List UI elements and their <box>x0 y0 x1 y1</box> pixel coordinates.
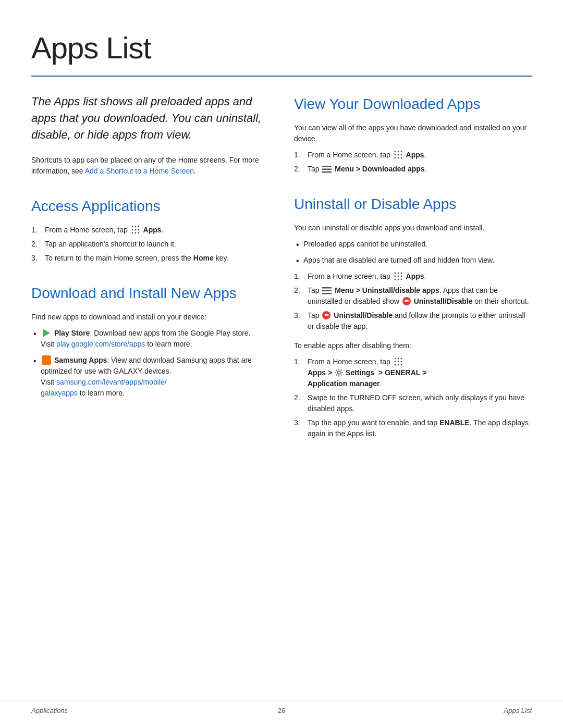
two-column-layout: The Apps list shows all preloaded apps a… <box>31 93 532 443</box>
svg-point-23 <box>397 273 399 274</box>
uninstall-step-2: 2. Tap Menu > Uninstall/disable apps. Ap… <box>294 285 532 307</box>
svg-marker-9 <box>43 329 50 337</box>
play-store-link[interactable]: play.google.com/store/apps <box>56 340 145 348</box>
svg-point-0 <box>131 226 133 228</box>
access-steps-list: 1. From a Home screen, tap <box>31 225 269 264</box>
play-store-icon <box>42 328 51 338</box>
svg-point-4 <box>134 229 136 231</box>
view-downloaded-steps: 1. From a Home screen, tap <box>294 150 532 175</box>
apps-grid-icon <box>131 225 140 235</box>
page-title: Apps List <box>31 25 532 70</box>
left-column: The Apps list shows all preloaded apps a… <box>31 93 269 443</box>
uninstall-circle-icon: − <box>402 297 411 305</box>
uninstall-step-3: 3. Tap − Uninstall/Disable and follow th… <box>294 310 532 332</box>
uninstall-bullet-1: Preloaded apps cannot be uninstalled. <box>294 239 532 250</box>
svg-rect-33 <box>322 293 332 294</box>
svg-point-34 <box>394 358 396 360</box>
intro-paragraph: The Apps list shows all preloaded apps a… <box>31 93 269 143</box>
page: Apps List The Apps list shows all preloa… <box>0 0 563 728</box>
footer-right: Apps List <box>504 706 532 716</box>
svg-point-28 <box>394 279 396 280</box>
svg-point-3 <box>131 229 133 231</box>
svg-point-10 <box>394 151 396 153</box>
title-rule <box>31 76 532 77</box>
apps-grid-icon-3 <box>394 272 403 281</box>
svg-point-1 <box>134 226 136 228</box>
view-step-2: 2. Tap Menu > Downloaded apps. <box>294 164 532 175</box>
svg-point-2 <box>138 226 139 228</box>
svg-point-35 <box>397 358 399 360</box>
svg-point-24 <box>400 273 402 274</box>
menu-icon-2 <box>322 287 332 294</box>
svg-point-22 <box>394 273 396 274</box>
svg-point-25 <box>394 276 396 277</box>
download-intro: Find new apps to download and install on… <box>31 312 269 323</box>
access-step-2: 2. Tap an application's shortcut to laun… <box>31 239 269 250</box>
section-title-download: Download and Install New Apps <box>31 282 269 304</box>
svg-rect-20 <box>322 169 332 170</box>
menu-icon-1 <box>322 165 332 172</box>
svg-point-37 <box>394 361 396 363</box>
enable-steps: 1. From a Home screen, tap <box>294 356 532 439</box>
svg-point-11 <box>397 151 399 153</box>
svg-point-26 <box>397 276 399 277</box>
right-column: View Your Downloaded Apps You can view a… <box>294 93 532 443</box>
svg-rect-32 <box>322 290 332 292</box>
apps-grid-icon-2 <box>394 150 403 159</box>
uninstall-intro: You can uninstall or disable apps you do… <box>294 223 532 233</box>
svg-point-18 <box>400 157 402 159</box>
samsung-apps-link[interactable]: samsung.com/levant/apps/mobile/galaxyapp… <box>41 378 167 397</box>
footer-left: Applications <box>31 706 68 716</box>
uninstall-bullet-2: Apps that are disabled are turned off an… <box>294 255 532 266</box>
svg-point-30 <box>400 279 402 280</box>
svg-point-38 <box>397 361 399 363</box>
svg-point-39 <box>400 361 402 363</box>
enable-step-2: 2. Swipe to the TURNED OFF screen, which… <box>294 392 532 414</box>
uninstall-bullets: Preloaded apps cannot be uninstalled. Ap… <box>294 239 532 266</box>
view-step-1: 1. From a Home screen, tap <box>294 150 532 161</box>
svg-point-12 <box>400 151 402 153</box>
svg-point-43 <box>337 371 340 374</box>
svg-point-15 <box>400 154 402 156</box>
footer: Applications 26 Apps List <box>0 700 563 716</box>
uninstall-steps: 1. From a Home screen, tap <box>294 271 532 332</box>
uninstall-step-1: 1. From a Home screen, tap <box>294 271 532 282</box>
enable-intro: To enable apps after disabling them: <box>294 340 532 351</box>
play-store-item: Play Store: Download new apps from the G… <box>31 328 269 350</box>
svg-rect-31 <box>322 287 332 289</box>
svg-rect-19 <box>322 166 332 167</box>
svg-point-29 <box>397 279 399 280</box>
uninstall-circle-icon-2: − <box>322 311 331 319</box>
svg-point-7 <box>134 232 136 234</box>
shortcut-link[interactable]: Add a Shortcut to a Home Screen <box>85 167 194 175</box>
enable-step-1: 1. From a Home screen, tap <box>294 356 532 389</box>
svg-point-16 <box>394 157 396 159</box>
apps-grid-icon-4 <box>394 357 403 366</box>
svg-point-41 <box>397 364 399 366</box>
settings-gear-icon <box>335 368 343 377</box>
footer-center: 26 <box>278 706 285 716</box>
svg-point-14 <box>397 154 399 156</box>
samsung-apps-item: Samsung Apps: View and download Samsung … <box>31 355 269 399</box>
svg-point-36 <box>400 358 402 360</box>
enable-step-3: 3. Tap the app you want to enable, and t… <box>294 417 532 439</box>
svg-point-17 <box>397 157 399 159</box>
svg-point-42 <box>400 364 402 366</box>
svg-point-5 <box>138 229 139 231</box>
section-title-uninstall: Uninstall or Disable Apps <box>294 193 532 215</box>
svg-point-40 <box>394 364 396 366</box>
svg-rect-21 <box>322 171 332 173</box>
download-list: Play Store: Download new apps from the G… <box>31 328 269 399</box>
section-title-view-downloaded: View Your Downloaded Apps <box>294 93 532 115</box>
access-step-3: 3. To return to the main Home screen, pr… <box>31 253 269 264</box>
section-title-access: Access Applications <box>31 195 269 217</box>
svg-point-8 <box>138 232 139 234</box>
view-downloaded-intro: You can view all of the apps you have do… <box>294 122 532 144</box>
svg-point-6 <box>131 232 133 234</box>
svg-point-27 <box>400 276 402 277</box>
shortcut-note: Shortcuts to app can be placed on any of… <box>31 155 269 177</box>
samsung-apps-icon <box>42 355 51 365</box>
svg-point-13 <box>394 154 396 156</box>
access-step-1: 1. From a Home screen, tap <box>31 225 269 236</box>
